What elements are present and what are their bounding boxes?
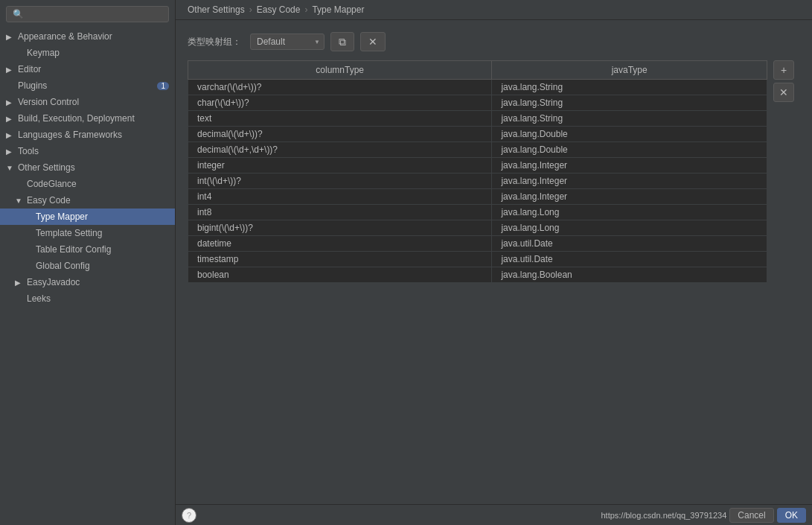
table-row[interactable]: decimal(\(\d+\))?java.lang.Double xyxy=(188,127,767,142)
chevron-right-icon: ▶ xyxy=(6,115,15,123)
delete-button[interactable]: ✕ xyxy=(360,32,386,51)
sidebar-item-type-mapper[interactable]: Type Mapper xyxy=(0,209,175,225)
remove-row-button[interactable]: ✕ xyxy=(773,83,794,102)
cell-column-type: decimal(\(\d+\))? xyxy=(188,127,492,142)
column-header-javatype: javaType xyxy=(492,61,767,80)
table-row[interactable]: int(\(\d+\))?java.lang.Integer xyxy=(188,174,767,189)
dropdown-wrap: Default xyxy=(250,34,325,50)
cell-column-type: decimal(\(\d+,\d+\))? xyxy=(188,142,492,158)
type-mapper-table: columnType javaType varchar(\(\d+\))?jav… xyxy=(188,60,767,283)
sidebar-item-label: Appearance & Behavior xyxy=(18,31,112,42)
sidebar-item-label: Build, Execution, Deployment xyxy=(18,113,135,124)
content-area: 类型映射组： Default ⧉ ✕ colu xyxy=(176,20,812,504)
chevron-right-icon: ▶ xyxy=(6,98,15,106)
ok-button[interactable]: OK xyxy=(777,508,806,523)
table-actions: + ✕ xyxy=(773,60,794,102)
copy-button[interactable]: ⧉ xyxy=(330,32,354,51)
cell-column-type: int4 xyxy=(188,189,492,205)
cell-java-type: java.lang.String xyxy=(492,111,767,127)
delete-icon: ✕ xyxy=(368,36,377,48)
sidebar-item-label: Type Mapper xyxy=(36,211,88,222)
cell-column-type: text xyxy=(188,111,492,127)
breadcrumb-part-1: Other Settings xyxy=(188,4,245,15)
add-row-button[interactable]: + xyxy=(773,60,794,80)
breadcrumb-sep-1: › xyxy=(249,4,252,15)
sidebar-item-table-editor-config[interactable]: Table Editor Config xyxy=(0,241,175,258)
bottom-bar: ? https://blog.csdn.net/qq_39791234 Canc… xyxy=(176,504,812,525)
sidebar-item-label: Tools xyxy=(18,146,39,156)
cell-column-type: varchar(\(\d+\))? xyxy=(188,80,492,95)
cell-java-type: java.lang.Integer xyxy=(492,189,767,205)
cell-java-type: java.lang.Double xyxy=(492,142,767,158)
toolbar: 类型映射组： Default ⧉ ✕ xyxy=(188,32,800,51)
cell-java-type: java.lang.String xyxy=(492,80,767,95)
table-row[interactable]: datetimejava.util.Date xyxy=(188,236,767,252)
sidebar-item-other-settings[interactable]: ▼ Other Settings xyxy=(0,159,175,176)
table-row[interactable]: char(\(\d+\))?java.lang.String xyxy=(188,95,767,111)
cell-column-type: int(\(\d+\))? xyxy=(188,174,492,189)
sidebar-item-label: Global Config xyxy=(36,261,90,271)
cell-column-type: int8 xyxy=(188,205,492,220)
table-row[interactable]: decimal(\(\d+,\d+\))?java.lang.Double xyxy=(188,142,767,158)
sidebar-item-label: Other Settings xyxy=(18,162,75,173)
breadcrumb-sep-2: › xyxy=(304,4,307,15)
sidebar-item-label: Plugins xyxy=(18,80,47,91)
sidebar-item-label: Template Setting xyxy=(36,228,102,238)
minus-icon: ✕ xyxy=(779,86,788,98)
table-row[interactable]: int8java.lang.Long xyxy=(188,205,767,220)
type-mapper-label: 类型映射组： xyxy=(188,36,241,48)
cell-java-type: java.lang.Double xyxy=(492,127,767,142)
table-row[interactable]: varchar(\(\d+\))?java.lang.String xyxy=(188,80,767,95)
sidebar-item-tools[interactable]: ▶ Tools xyxy=(0,143,175,159)
url-suffix: 39791234 xyxy=(690,511,726,520)
sidebar-item-appearance[interactable]: ▶ Appearance & Behavior xyxy=(0,28,175,45)
main-content: Other Settings › Easy Code › Type Mapper… xyxy=(176,0,812,525)
table-row[interactable]: timestampjava.util.Date xyxy=(188,252,767,267)
sidebar-item-plugins[interactable]: Plugins 1 xyxy=(0,77,175,94)
help-button[interactable]: ? xyxy=(182,508,196,523)
sidebar-item-label: Easy Code xyxy=(27,195,71,206)
breadcrumb-part-2: Easy Code xyxy=(257,4,301,15)
cell-column-type: boolean xyxy=(188,267,492,283)
sidebar-item-build[interactable]: ▶ Build, Execution, Deployment xyxy=(0,110,175,127)
chevron-down-icon: ▼ xyxy=(15,197,24,205)
cell-java-type: java.util.Date xyxy=(492,252,767,267)
plus-icon: + xyxy=(781,64,787,76)
cell-java-type: java.util.Date xyxy=(492,236,767,252)
cell-java-type: java.lang.Long xyxy=(492,220,767,236)
cell-java-type: java.lang.String xyxy=(492,95,767,111)
breadcrumb: Other Settings › Easy Code › Type Mapper xyxy=(176,0,812,20)
chevron-right-icon: ▶ xyxy=(6,131,15,139)
sidebar-item-languages[interactable]: ▶ Languages & Frameworks xyxy=(0,127,175,143)
sidebar-item-version-control[interactable]: ▶ Version Control xyxy=(0,94,175,110)
url-text: https://blog.csdn.net/qq_ xyxy=(601,511,690,520)
sidebar-item-template-setting[interactable]: Template Setting xyxy=(0,225,175,241)
chevron-right-icon: ▶ xyxy=(6,33,15,41)
table-row[interactable]: bigint(\(\d+\))?java.lang.Long xyxy=(188,220,767,236)
sidebar-item-easyjavadoc[interactable]: ▶ EasyJavadoc xyxy=(0,274,175,290)
sidebar-item-editor[interactable]: ▶ Editor xyxy=(0,61,175,77)
sidebar-item-keymap[interactable]: Keymap xyxy=(0,45,175,61)
search-input[interactable] xyxy=(6,6,169,22)
type-mapper-dropdown[interactable]: Default xyxy=(250,34,325,50)
sidebar-item-easy-code[interactable]: ▼ Easy Code xyxy=(0,192,175,209)
cell-column-type: datetime xyxy=(188,236,492,252)
sidebar-item-label: Table Editor Config xyxy=(36,244,111,255)
table-row[interactable]: int4java.lang.Integer xyxy=(188,189,767,205)
sidebar-item-label: Version Control xyxy=(18,97,79,107)
sidebar-item-label: Leeks xyxy=(27,293,51,304)
cell-column-type: integer xyxy=(188,158,492,174)
table-row[interactable]: integerjava.lang.Integer xyxy=(188,158,767,174)
sidebar-item-label: CodeGlance xyxy=(27,179,77,189)
question-icon: ? xyxy=(187,511,191,520)
table-row[interactable]: textjava.lang.String xyxy=(188,111,767,127)
sidebar-item-global-config[interactable]: Global Config xyxy=(0,258,175,274)
sidebar-item-leeks[interactable]: Leeks xyxy=(0,290,175,307)
sidebar-item-codeglance[interactable]: CodeGlance xyxy=(0,176,175,192)
bottom-right: https://blog.csdn.net/qq_39791234 Cancel… xyxy=(601,508,806,523)
cancel-button[interactable]: Cancel xyxy=(729,508,773,523)
cell-java-type: java.lang.Integer xyxy=(492,158,767,174)
table-row[interactable]: booleanjava.lang.Boolean xyxy=(188,267,767,283)
chevron-right-icon: ▶ xyxy=(15,279,24,287)
copy-icon: ⧉ xyxy=(339,36,346,48)
